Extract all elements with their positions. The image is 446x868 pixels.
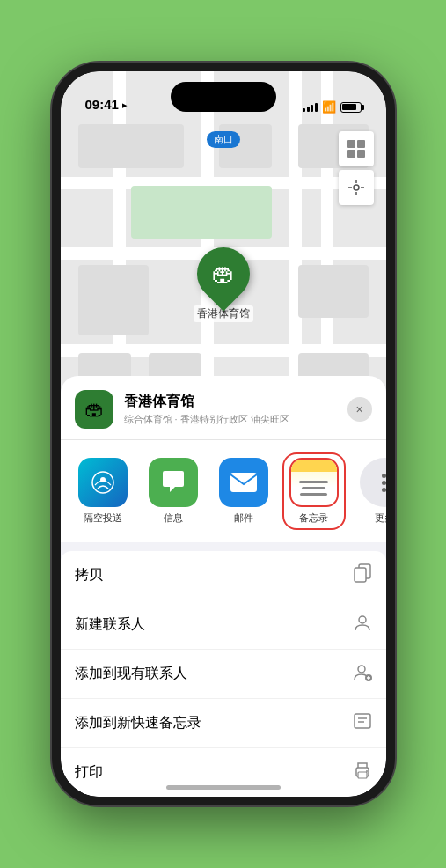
airdrop-icon: [78, 458, 128, 507]
north-label: 南口: [207, 131, 240, 148]
messages-label: 信息: [164, 511, 183, 525]
svg-point-14: [359, 616, 366, 623]
copy-icon: [353, 563, 372, 587]
action-copy[interactable]: 拷贝: [61, 551, 386, 600]
svg-rect-2: [347, 150, 355, 158]
more-label: 更多: [375, 511, 386, 525]
action-new-contact[interactable]: 新建联系人: [61, 600, 386, 650]
quick-note-label: 添加到新快速备忘录: [75, 714, 201, 732]
bottom-sheet: 🏟 香港体育馆 综合体育馆 · 香港特别行政区 油尖旺区 ×: [61, 376, 386, 797]
status-icons: 📶: [303, 100, 362, 114]
action-quick-note[interactable]: 添加到新快速备忘录: [61, 699, 386, 748]
svg-rect-19: [355, 714, 370, 728]
svg-rect-11: [230, 473, 257, 492]
svg-rect-0: [347, 140, 355, 148]
share-item-airdrop[interactable]: 隔空投送: [71, 458, 135, 525]
notes-icon: [289, 458, 339, 507]
svg-rect-23: [358, 772, 367, 778]
add-contact-icon: [353, 662, 372, 686]
messages-icon: [149, 458, 198, 507]
svg-point-15: [358, 666, 365, 673]
location-button[interactable]: [339, 170, 374, 205]
share-item-mail[interactable]: 邮件: [212, 458, 275, 525]
mail-label: 邮件: [234, 511, 253, 525]
action-list: 拷贝 新建联系人: [61, 551, 386, 797]
location-icon: ▸: [122, 99, 128, 111]
venue-name: 香港体育馆: [124, 393, 337, 411]
share-item-messages[interactable]: 信息: [142, 458, 205, 525]
map-controls[interactable]: [339, 131, 374, 207]
dynamic-island: [171, 82, 276, 112]
notes-label: 备忘录: [299, 511, 328, 525]
add-contact-label: 添加到现有联系人: [75, 665, 187, 683]
venue-icon: 🏟: [75, 390, 113, 429]
battery-icon: [340, 102, 362, 113]
svg-rect-3: [357, 150, 365, 158]
svg-point-4: [354, 185, 359, 190]
venue-subtitle: 综合体育馆 · 香港特别行政区 油尖旺区: [124, 413, 337, 426]
phone-screen: 09:41 ▸ 📶: [61, 71, 386, 797]
venue-info: 香港体育馆 综合体育馆 · 香港特别行政区 油尖旺区: [124, 393, 337, 426]
svg-point-10: [100, 477, 106, 482]
home-indicator: [166, 785, 281, 790]
svg-rect-1: [357, 140, 365, 148]
more-icon: [360, 458, 386, 507]
copy-label: 拷贝: [75, 566, 103, 585]
share-item-notes[interactable]: 备忘录: [282, 452, 346, 530]
airdrop-label: 隔空投送: [84, 511, 122, 525]
phone-frame: 09:41 ▸ 📶: [52, 63, 395, 805]
location-pin: 🏟 香港体育馆: [194, 247, 253, 322]
svg-point-24: [366, 770, 368, 772]
new-contact-icon: [353, 613, 372, 636]
map-type-button[interactable]: [339, 131, 374, 166]
quick-note-icon: [353, 711, 372, 735]
mail-icon: [219, 458, 268, 507]
signal-bars: [303, 103, 318, 112]
status-time: 09:41: [85, 97, 119, 114]
action-add-contact[interactable]: 添加到现有联系人: [61, 650, 386, 699]
wifi-icon: 📶: [322, 100, 336, 114]
close-button[interactable]: ×: [347, 397, 372, 422]
new-contact-label: 新建联系人: [75, 615, 145, 634]
venue-header: 🏟 香港体育馆 综合体育馆 · 香港特别行政区 油尖旺区 ×: [61, 376, 386, 440]
share-row: 隔空投送 信息: [61, 440, 386, 542]
print-label: 打印: [75, 763, 103, 782]
share-item-more[interactable]: 更多: [353, 458, 386, 525]
svg-rect-13: [355, 568, 366, 582]
print-icon: [353, 761, 372, 784]
